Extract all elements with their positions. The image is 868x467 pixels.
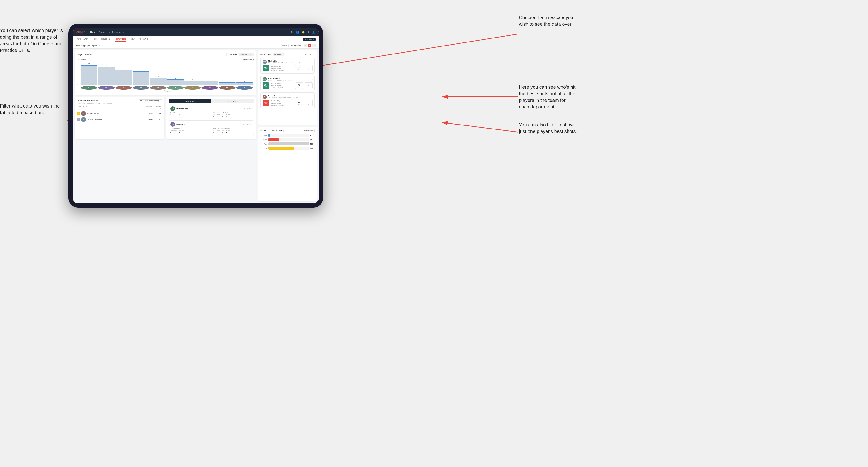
shot-player-detail-blair: 23 Jul 2023 · Aldridge GC · Hole 15 [268, 80, 310, 81]
scoring-card: Scoring Par 3, 4 & 5s ▾ All Players ▾ Ea… [258, 127, 317, 201]
y-axis: 15 10 5 0 [77, 62, 79, 85]
svg-line-4 [443, 123, 518, 132]
annotation-left-top: You can select which player isdoing the … [0, 27, 63, 54]
bars-container: 13 12 [80, 62, 254, 92]
chart-area: 15 10 5 0 13 [77, 62, 254, 92]
shot-player-row-3: DF David Ford 24 Aug 2023 · Royal North … [262, 95, 312, 99]
ma-app-stat: APP 0 [217, 114, 220, 118]
bar-o-billingham: 4 [167, 77, 184, 85]
pl-dropdown[interactable]: PUTT Must Make Putting … [139, 99, 162, 102]
shot-player-name-david: David Ford [268, 95, 310, 97]
tab-all-players[interactable]: All Players [139, 38, 148, 41]
annotation-left-bottom: Filter what data you wish thetable to be… [0, 102, 60, 116]
ma-arg-stat: ARG 0 [222, 114, 224, 118]
shot-player-detail-matt: 09 Jun 2023 · Royal North Devon GC · Hol… [268, 62, 310, 64]
bar-l-robertson: 2 [236, 81, 253, 85]
grid-view-icon[interactable]: ⊞ [304, 44, 307, 48]
tab-pgat-players[interactable]: PGAT Players [76, 38, 88, 41]
bell-icon[interactable]: 🔔 [302, 31, 305, 34]
scoring-bar-pars [269, 143, 309, 145]
pl-avatar-richard: RB [81, 111, 86, 116]
ma-tab-most-active[interactable]: Most Active [168, 99, 211, 103]
scoring-bar-birdies [269, 138, 309, 141]
all-players-dropdown[interactable]: All Players ▾ [305, 53, 315, 55]
tab-pga[interactable]: PGA [93, 38, 97, 41]
toggle-practice-drills[interactable]: Practice Drills [239, 53, 253, 56]
pl-rank-2: 2 [77, 118, 80, 121]
ma-total-rounds-title: Total Rounds [170, 112, 210, 114]
avatar-o-billingham: OB [167, 86, 184, 90]
search-icon[interactable]: 🔍 [290, 31, 294, 34]
chart-type-dropdown[interactable]: Total Rounds ▾ [243, 59, 254, 61]
ma-tab-least-active[interactable]: Least Active [211, 99, 254, 103]
toggle-on-course[interactable]: On Course [227, 53, 239, 56]
avatar-l-robertson: LR [236, 86, 253, 90]
bar-b-mcharg: 13 [81, 63, 97, 85]
shot-player-info-david: David Ford 24 Aug 2023 · Royal North Dev… [268, 95, 310, 99]
right-panel: Best Shots All Shots ▾ All Players ▾ [258, 51, 317, 201]
ma-practice-activities-group: Total Practice Activities GTT 0 APP [213, 112, 252, 118]
add-team-button[interactable]: Add Team + [303, 38, 316, 41]
ma-avatar-rees: RB [170, 122, 175, 127]
pl-avgsq-edward: 107 [154, 119, 162, 121]
ma-player-2[interactable]: RB Rees Britt 02 Sep 2023 Total Rounds T… [168, 120, 254, 135]
nav-teams[interactable]: Teams [99, 31, 105, 33]
shot-card-david-ford[interactable]: DF David Ford 24 Aug 2023 · Royal North … [260, 92, 315, 108]
pl-row-2[interactable]: 2 EC Edward Crossman 18/20 107 [77, 117, 162, 122]
ma-date-blair: 26 Aug 2023 [243, 108, 252, 110]
shot-stat-dist-david: 16 yds [295, 100, 303, 106]
card-view-icon[interactable]: ♥ [308, 44, 311, 48]
player-activity-title: Player Activity [77, 54, 92, 56]
plus-circle-icon[interactable]: ⊕ [307, 31, 309, 34]
shot-player-row-2: BM Blair McHarg 23 Jul 2023 · Aldridge G… [262, 77, 312, 81]
nav-home[interactable]: Home [90, 31, 96, 33]
bar-r-britt: 12 [98, 65, 115, 85]
ma-practice-row: GTT 0 APP 0 ARG [213, 114, 252, 118]
shot-card-blair-mcharg[interactable]: BM Blair McHarg 23 Jul 2023 · Aldridge G… [260, 75, 315, 91]
nav-my-performance[interactable]: My Performance [109, 31, 124, 33]
shot-chevron-icon-2: › [312, 78, 312, 81]
pl-score-edward: 18/20 [145, 119, 153, 121]
pl-subtitle: PUTT Must Make Putting (3-6 ft), Last 3 … [77, 103, 162, 104]
shot-info-matt: Shot Dist: 67 yds Start Lie: Rough End L… [271, 65, 294, 71]
shot-player-info-blair: Blair McHarg 23 Jul 2023 · Aldridge GC ·… [268, 77, 310, 81]
shot-chevron-icon-3: › [312, 96, 312, 98]
bar-d-ford: 10 [115, 68, 132, 85]
show-value-dropdown[interactable]: Last 3 months [288, 44, 302, 47]
filter-bar: Team Clippd | 14 Players ✎ Show: Last 3 … [73, 43, 319, 49]
edit-team-icon[interactable]: ✎ [98, 44, 100, 47]
tab-tour[interactable]: Tour [131, 38, 135, 41]
scoring-bar-eagles [269, 134, 309, 137]
user-circle-icon[interactable]: 👤 [312, 31, 315, 34]
shot-stat-dist-matt: 67 yds [295, 65, 303, 71]
shot-details-david: 198 SG Shot Dist: 16 yds Start Lie: Roug… [262, 100, 312, 106]
scoring-row-eagles: Eagles 3 [260, 134, 315, 137]
shot-player-detail-david: 24 Aug 2023 · Royal North Devon GC · Hol… [268, 97, 310, 99]
ma-total-rounds-group-2: Total Rounds Tournament 8 Practice [170, 128, 210, 133]
view-icons: ⊞ ♥ ☰ [304, 44, 316, 48]
avatar-r-butler: RB [184, 86, 201, 90]
nav-icons: 🔍 👥 🔔 ⊕ 👤 [290, 31, 315, 34]
ma-player-1[interactable]: BM Blair McHarg 26 Aug 2023 Total Rounds [168, 105, 254, 119]
main-content: Player Activity On Course Practice Drill… [73, 49, 319, 203]
annotation-right-best-shots: Here you can see who's hitthe best shots… [519, 84, 576, 110]
most-active-card: Most Active Least Active BM Blair McHarg… [166, 97, 256, 139]
scoring-filter-1[interactable]: Par 3, 4 & 5s ▾ [270, 129, 283, 132]
list-view-icon[interactable]: ☰ [312, 44, 316, 48]
scoring-filter-2[interactable]: All Players ▾ [303, 129, 315, 132]
people-icon[interactable]: 👥 [296, 31, 299, 34]
scoring-row-bogeys: Bogeys 315 [260, 147, 315, 150]
tab-hcaps[interactable]: Hcaps 1-5 [101, 38, 111, 41]
practice-leaderboard-card: Practice Leaderboards PUTT Must Make Put… [74, 97, 164, 139]
shot-avatar-david: DF [262, 95, 267, 99]
shot-card-matt-miller[interactable]: MM Matt Miller 09 Jun 2023 · Royal North… [260, 58, 315, 73]
ma-tournament-stat-2: Tournament 8 [170, 130, 177, 133]
scoring-label-birdies: Birdies [260, 139, 268, 141]
ma-practice-activities-title: Total Practice Activities [213, 112, 252, 114]
ma-practice-activities-group-2: Total Practice Activities GTT 0 APP [213, 128, 252, 133]
show-label: Show: [282, 44, 287, 47]
all-shots-dropdown[interactable]: All Shots ▾ [273, 53, 284, 56]
tab-team-clippd[interactable]: Team Clippd [115, 38, 126, 41]
pl-row-1[interactable]: 1 RB Richard Butler 19/20 110 [77, 111, 162, 116]
tablet-screen: clippd Home Teams My Performance 🔍 👥 🔔 ⊕… [73, 28, 319, 203]
